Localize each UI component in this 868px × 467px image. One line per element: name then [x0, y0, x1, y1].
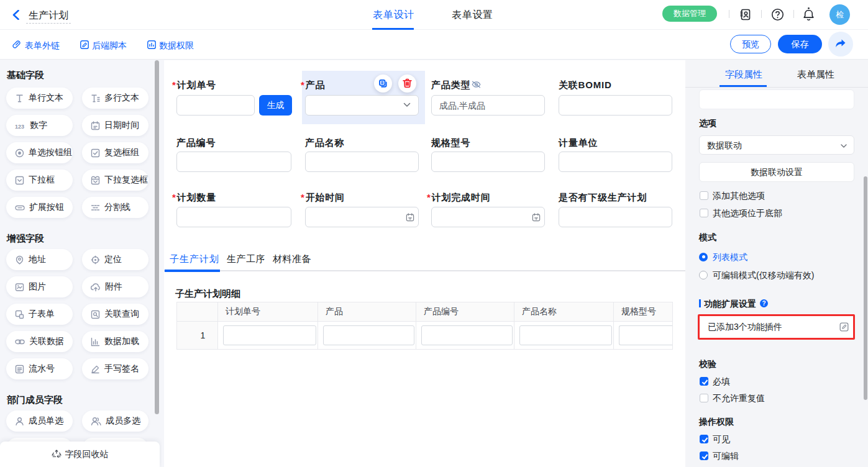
svg-text:123: 123: [15, 123, 24, 129]
